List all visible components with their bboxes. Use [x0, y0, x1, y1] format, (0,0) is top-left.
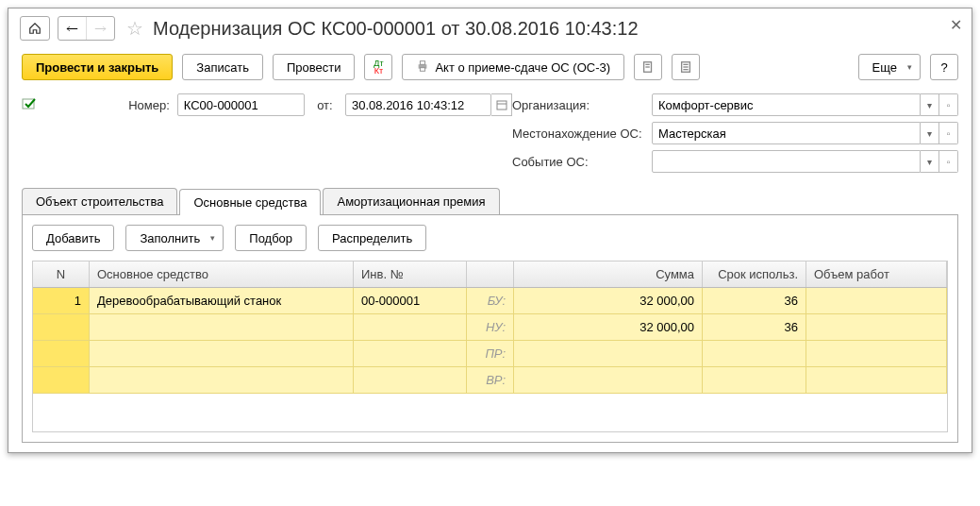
table-row[interactable]: ПР:: [33, 341, 947, 367]
cell-work: [806, 288, 947, 314]
help-button[interactable]: ?: [930, 54, 958, 80]
open-button[interactable]: ▫: [939, 122, 958, 144]
tab-depreciation[interactable]: Амортизационная премия: [323, 188, 499, 214]
col-accounting-type: [467, 261, 514, 287]
tab-body: Добавить Заполнить Подбор Распределить N…: [22, 215, 958, 443]
save-button[interactable]: Записать: [182, 54, 263, 80]
svg-rect-2: [421, 67, 425, 71]
col-term[interactable]: Срок использ.: [703, 261, 806, 287]
grid-body[interactable]: 1 Деревообрабатывающий станок 00-000001 …: [33, 288, 947, 431]
event-select[interactable]: [652, 150, 921, 173]
dropdown-button[interactable]: ▾: [921, 122, 939, 144]
table-row[interactable]: ВР:: [33, 367, 947, 394]
tab-toolbar: Добавить Заполнить Подбор Распределить: [32, 225, 948, 251]
cell-name: Деревообрабатывающий станок: [90, 288, 354, 314]
back-button[interactable]: 🡐: [58, 17, 87, 40]
grid-header: N Основное средство Инв. № Сумма Срок ис…: [33, 261, 947, 288]
cell-type: ВР:: [467, 367, 514, 394]
svg-rect-1: [421, 60, 425, 64]
table-row[interactable]: 1 Деревообрабатывающий станок 00-000001 …: [33, 288, 947, 314]
cell-type: ПР:: [467, 341, 514, 367]
col-sum[interactable]: Сумма: [514, 261, 703, 287]
tabs: Объект строительства Основные средства А…: [22, 188, 958, 215]
tab-construction[interactable]: Объект строительства: [22, 188, 177, 214]
main-toolbar: Провести и закрыть Записать Провести ДтК…: [8, 48, 972, 93]
favorite-star-icon[interactable]: ☆: [126, 17, 143, 40]
number-input[interactable]: [177, 93, 305, 116]
cell-type: НУ:: [467, 314, 514, 341]
close-icon[interactable]: ✕: [950, 16, 962, 34]
from-label: от:: [312, 98, 338, 112]
col-work[interactable]: Объем работ: [806, 261, 947, 287]
tabs-container: Объект строительства Основные средства А…: [8, 188, 972, 443]
list-icon: [679, 60, 692, 74]
cell-n: 1: [33, 288, 90, 314]
post-button[interactable]: Провести: [273, 54, 356, 80]
printer-icon: [416, 59, 429, 76]
nav-back-forward[interactable]: 🡐 🡒: [58, 16, 115, 41]
fill-button[interactable]: Заполнить: [125, 225, 224, 251]
calendar-button[interactable]: [491, 93, 512, 116]
posting-status-button[interactable]: ДтКт: [364, 54, 392, 80]
col-n[interactable]: N: [33, 261, 90, 287]
nav-group: 🡐 🡒: [20, 16, 115, 41]
event-label: Событие ОС:: [512, 155, 644, 169]
more-button[interactable]: Еще: [858, 54, 921, 80]
date-input[interactable]: [345, 93, 491, 116]
cell-sum: [514, 367, 703, 394]
forward-button: 🡒: [87, 17, 114, 40]
calendar-icon: [496, 99, 507, 110]
post-and-close-button[interactable]: Провести и закрыть: [22, 54, 173, 80]
cell-term: 36: [703, 314, 806, 341]
page-title: Модернизация ОС КС00-000001 от 30.08.201…: [153, 18, 639, 40]
cell-term: [703, 367, 806, 394]
cell-sum: 32 000,00: [514, 288, 703, 314]
doc-attach-button[interactable]: [634, 54, 662, 80]
form-area: Номер: от: Организация: ▾ ▫: [8, 93, 972, 188]
home-button[interactable]: [20, 16, 50, 41]
table-row[interactable]: НУ: 32 000,00 36: [33, 314, 947, 341]
cell-term: [703, 341, 806, 367]
col-name[interactable]: Основное средство: [90, 261, 354, 287]
status-ok-icon: [22, 96, 42, 114]
cell-term: 36: [703, 288, 806, 314]
add-button[interactable]: Добавить: [32, 225, 114, 251]
svg-rect-11: [497, 101, 507, 110]
dropdown-button[interactable]: ▾: [921, 93, 939, 116]
cell-inv: 00-000001: [354, 288, 467, 314]
open-button[interactable]: ▫: [939, 150, 958, 173]
cell-sum: 32 000,00: [514, 314, 703, 341]
pick-button[interactable]: Подбор: [235, 225, 307, 251]
tab-fixed-assets[interactable]: Основные средства: [179, 189, 321, 215]
document-window: 🡐 🡒 ☆ Модернизация ОС КС00-000001 от 30.…: [8, 8, 972, 453]
dropdown-button[interactable]: ▾: [921, 150, 939, 173]
col-inv[interactable]: Инв. №: [354, 261, 467, 287]
open-button[interactable]: ▫: [939, 93, 958, 116]
assets-grid: N Основное средство Инв. № Сумма Срок ис…: [32, 261, 948, 432]
cell-sum: [514, 341, 703, 367]
distribute-button[interactable]: Распределить: [318, 225, 426, 251]
doc-list-button[interactable]: [672, 54, 700, 80]
cell-type: БУ:: [467, 288, 514, 314]
dt-kt-icon: ДтКт: [374, 59, 383, 75]
number-label: Номер:: [50, 98, 170, 112]
location-label: Местонахождение ОС:: [512, 126, 644, 141]
location-select[interactable]: [652, 122, 921, 144]
org-label: Организация:: [512, 98, 644, 112]
print-act-button[interactable]: Акт о приеме-сдаче ОС (ОС-3): [402, 54, 624, 80]
org-select[interactable]: [652, 93, 921, 116]
titlebar: 🡐 🡒 ☆ Модернизация ОС КС00-000001 от 30.…: [8, 8, 972, 48]
document-icon: [641, 60, 655, 74]
